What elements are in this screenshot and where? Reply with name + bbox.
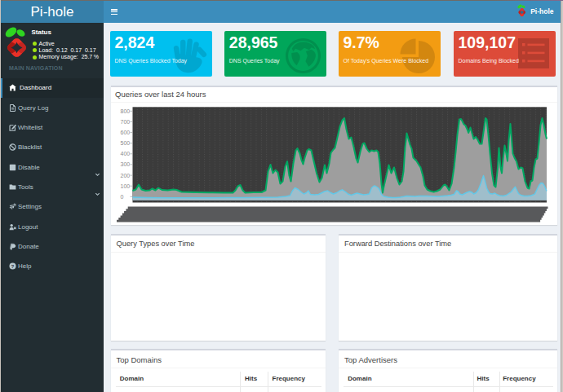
svg-text:500: 500 bbox=[120, 140, 130, 146]
svg-text:600: 600 bbox=[120, 130, 130, 135]
svg-text:700: 700 bbox=[120, 118, 130, 124]
svg-text:100: 100 bbox=[120, 183, 130, 188]
svg-text:0: 0 bbox=[120, 193, 123, 199]
svg-text:200: 200 bbox=[120, 172, 130, 178]
svg-text:800: 800 bbox=[120, 108, 130, 113]
svg-text:?: ? bbox=[11, 263, 15, 269]
svg-text:400: 400 bbox=[120, 151, 130, 156]
svg-text:300: 300 bbox=[120, 161, 130, 167]
